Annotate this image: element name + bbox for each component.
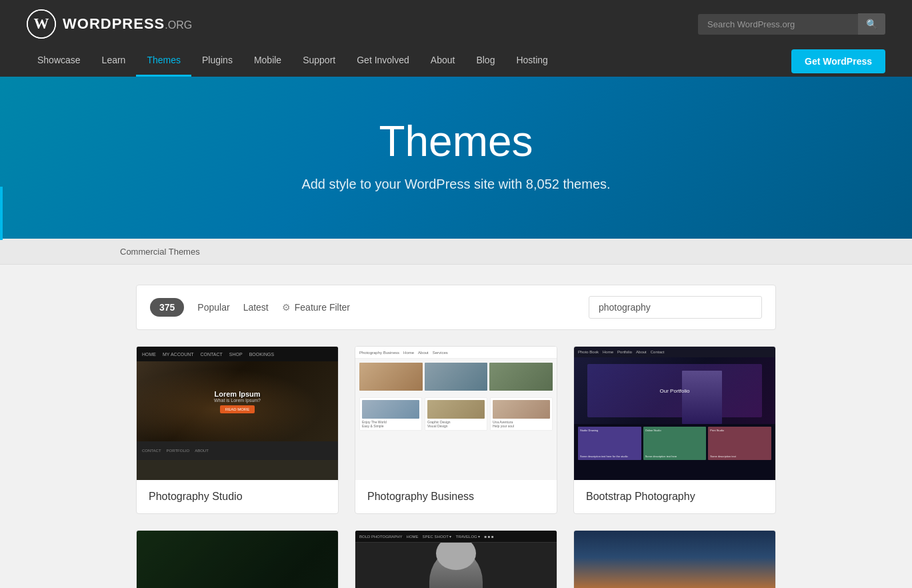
preview-bp-hero: Our Portfolio: [574, 357, 775, 424]
preview-pb-card1: Enjoy The World Easy & Simple: [359, 397, 422, 431]
nav-item-hosting: Hosting: [505, 45, 558, 77]
nav-link-support[interactable]: Support: [292, 45, 346, 75]
nav-link-hosting[interactable]: Hosting: [505, 45, 558, 75]
logo-org: .ORG: [165, 19, 192, 31]
header-top: W WordPress.ORG 🔍: [27, 0, 885, 45]
search-button[interactable]: 🔍: [858, 13, 885, 35]
preview-footer: CONTACTPORTFOLIOABOUT: [137, 441, 338, 460]
theme-card-photography-studio[interactable]: HOMEMY ACCOUNTCONTACTSHOPBOOKINGS Lorem …: [136, 346, 339, 514]
preview-nav-bar: HOMEMY ACCOUNTCONTACTSHOPBOOKINGS: [137, 347, 338, 361]
preview-hero-image: Lorem Ipsum What is Lorem Ipsum? READ MO…: [137, 361, 338, 441]
theme-preview-studio: HOMEMY ACCOUNTCONTACTSHOPBOOKINGS Lorem …: [137, 347, 338, 480]
theme-name-bootstrap-photography: Bootstrap Photography: [574, 480, 775, 513]
theme-thumbnail-photography-studio: HOMEMY ACCOUNTCONTACTSHOPBOOKINGS Lorem …: [137, 347, 338, 480]
theme-card-bootstrap-photography[interactable]: Photo BookHomePortfolioAboutContact Our …: [573, 346, 776, 514]
theme-preview-business: Photography BusinessHomeAboutServices En…: [355, 347, 557, 480]
nav-link-themes[interactable]: Themes: [136, 45, 191, 77]
svg-text:W: W: [34, 15, 49, 32]
nav-link-get-involved[interactable]: Get Involved: [346, 45, 420, 75]
theme-card-bold-photography[interactable]: BOLD PHOTOGRAPHYHOMESPEC SHOOT ▾TRAVELOG…: [355, 530, 557, 588]
theme-preview-online: Online Photography Just Another Blog The…: [137, 531, 338, 588]
site-header: W WordPress.ORG 🔍 Showcase Learn Themes …: [0, 0, 912, 77]
nav-links: Showcase Learn Themes Plugins Mobile Sup…: [27, 45, 559, 77]
preview-pb-card3: Una Aventura Help your soul: [490, 397, 553, 431]
nav-link-showcase[interactable]: Showcase: [27, 45, 91, 75]
popular-filter-link[interactable]: Popular: [197, 302, 229, 313]
preview-bold-hero: [355, 543, 557, 588]
preview-pb-grid: [355, 359, 557, 395]
feature-filter[interactable]: ⚙ Feature Filter: [282, 302, 350, 313]
theme-preview-sunset: [574, 531, 775, 588]
theme-name-photography-studio: Photography Studio: [137, 480, 338, 513]
preview-bp-card1: Studio Drawing Some description text her…: [578, 427, 641, 460]
theme-card-sunset-photography[interactable]: Sunset Photography: [573, 530, 776, 588]
gear-icon: ⚙: [282, 302, 291, 313]
get-wordpress-button[interactable]: Get WordPress: [791, 49, 885, 73]
preview-pb-card2: Graphic Design Visual Design: [425, 397, 487, 431]
theme-preview-bold: BOLD PHOTOGRAPHYHOMESPEC SHOOT ▾TRAVELOG…: [355, 531, 557, 588]
theme-thumbnail-sunset-photography: [574, 531, 775, 588]
commercial-themes-link[interactable]: Commercial Themes: [120, 247, 200, 257]
search-area: 🔍: [698, 13, 885, 35]
filter-left: 375 Popular Latest ⚙ Feature Filter: [150, 298, 350, 317]
theme-card-photography-business[interactable]: Photography BusinessHomeAboutServices En…: [355, 346, 557, 514]
nav-link-about[interactable]: About: [420, 45, 466, 75]
preview-bp-person: [682, 371, 722, 424]
latest-filter-link[interactable]: Latest: [243, 302, 269, 313]
preview-bp-header: Photo BookHomePortfolioAboutContact: [574, 347, 775, 357]
preview-bp-cards: Studio Drawing Some description text her…: [574, 424, 775, 463]
nav-item-blog: Blog: [465, 45, 505, 77]
nav-item-mobile: Mobile: [243, 45, 292, 77]
main-content: 375 Popular Latest ⚙ Feature Filter HOME…: [123, 285, 789, 588]
nav-item-about: About: [420, 45, 466, 77]
preview-pb-cards: Enjoy The World Easy & Simple Graphic De…: [355, 395, 557, 433]
nav-item-themes: Themes: [136, 45, 191, 77]
preview-sub: What is Lorem Ipsum?: [214, 398, 261, 403]
nav-item-showcase: Showcase: [27, 45, 91, 77]
nav-link-plugins[interactable]: Plugins: [191, 45, 243, 75]
theme-count-badge: 375: [150, 298, 184, 317]
preview-bp-title: Our Portfolio: [660, 388, 690, 394]
feature-filter-label: Feature Filter: [295, 302, 350, 313]
site-search-input[interactable]: [698, 14, 858, 35]
commercial-bar: Commercial Themes: [0, 239, 912, 265]
theme-grid: HOMEMY ACCOUNTCONTACTSHOPBOOKINGS Lorem …: [136, 346, 776, 588]
logo-wordpress: WordPress: [63, 15, 165, 32]
theme-thumbnail-online-photography: Online Photography Just Another Blog The…: [137, 531, 338, 588]
logo-text-area: WordPress.ORG: [63, 15, 192, 33]
logo-area: W WordPress.ORG: [27, 9, 192, 39]
theme-thumbnail-bootstrap-photography: Photo BookHomePortfolioAboutContact Our …: [574, 347, 775, 480]
hero-subtitle: Add style to your WordPress site with 8,…: [13, 177, 899, 192]
theme-preview-bootstrap: Photo BookHomePortfolioAboutContact Our …: [574, 347, 775, 480]
nav-link-learn[interactable]: Learn: [91, 45, 137, 75]
nav-item-plugins: Plugins: [191, 45, 243, 77]
preview-pb-header: Photography BusinessHomeAboutServices: [355, 347, 557, 359]
preview-bold-header: BOLD PHOTOGRAPHYHOMESPEC SHOOT ▾TRAVELOG…: [355, 531, 557, 543]
preview-cta-btn: READ MORE: [220, 405, 255, 413]
nav-item-get-involved: Get Involved: [346, 45, 420, 77]
nav-link-blog[interactable]: Blog: [465, 45, 505, 75]
preview-pb-img1: [359, 363, 423, 391]
nav-item-support: Support: [292, 45, 346, 77]
nav-link-mobile[interactable]: Mobile: [243, 45, 292, 75]
wordpress-logo: W: [27, 9, 56, 39]
preview-bp-card2: Online Studio Some description text here: [643, 427, 707, 460]
theme-card-online-photography[interactable]: Online Photography Just Another Blog The…: [136, 530, 339, 588]
preview-bold-person: [429, 550, 483, 588]
preview-pb-img3: [489, 363, 553, 391]
preview-lorem: Lorem Ipsum: [214, 390, 260, 398]
main-nav: Showcase Learn Themes Plugins Mobile Sup…: [27, 45, 885, 77]
left-accent: [0, 187, 3, 240]
hero-section: Themes Add style to your WordPress site …: [0, 77, 912, 239]
theme-name-photography-business: Photography Business: [355, 480, 557, 513]
preview-op-overlay: [137, 531, 338, 588]
theme-search-input[interactable]: [589, 296, 762, 319]
filter-bar: 375 Popular Latest ⚙ Feature Filter: [136, 285, 776, 330]
preview-pb-img2: [425, 363, 488, 391]
preview-bp-card3: Print Studio Some description text: [708, 427, 771, 460]
theme-thumbnail-photography-business: Photography BusinessHomeAboutServices En…: [355, 347, 557, 480]
hero-title: Themes: [13, 117, 899, 166]
theme-thumbnail-bold-photography: BOLD PHOTOGRAPHYHOMESPEC SHOOT ▾TRAVELOG…: [355, 531, 557, 588]
nav-item-learn: Learn: [91, 45, 137, 77]
